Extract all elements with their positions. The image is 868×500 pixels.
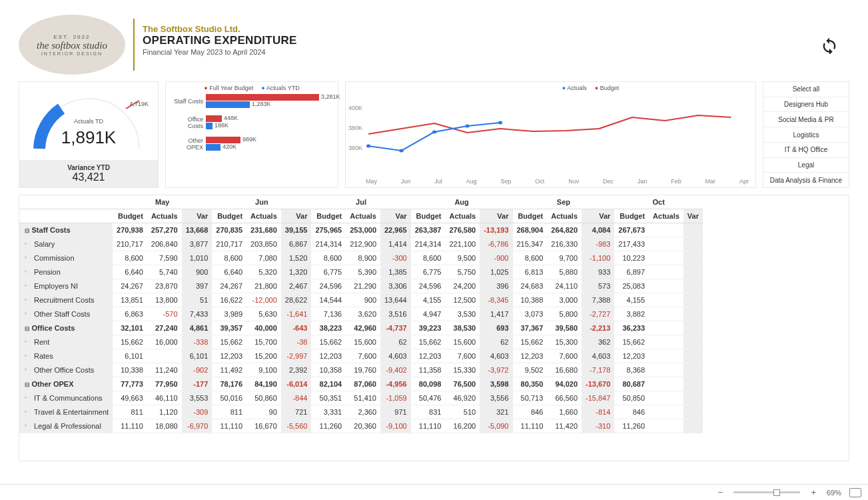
cell: 15,600	[445, 335, 480, 349]
cell: 7,388	[582, 293, 614, 307]
cell: 19,760	[346, 363, 380, 377]
table-row[interactable]: Legal & Professional11,11018,080-6,97011…	[19, 419, 703, 433]
cell: 12,203	[411, 349, 446, 363]
cell: 82,104	[311, 377, 346, 391]
table-row[interactable]: Commission8,6007,5901,0108,6007,0801,520…	[19, 251, 703, 265]
table-row[interactable]: Employers NI24,26723,87039724,26721,8002…	[19, 279, 703, 293]
cell: 84,190	[246, 377, 281, 391]
table-row[interactable]: Recruitment Costs13,85113,8005116,622-12…	[19, 293, 703, 307]
cell: -4,737	[380, 321, 411, 335]
cell: 7,433	[182, 307, 213, 321]
cell: 362	[582, 335, 614, 349]
cell: -13,670	[582, 377, 614, 391]
svg-point-3	[432, 131, 437, 134]
gauge-card[interactable]: 4,719K Actuals TD 1,891K Variance YTD 43…	[19, 81, 159, 188]
table-row[interactable]: IT & Communcations49,66346,1103,55350,01…	[19, 391, 703, 405]
slicer-item[interactable]: IT & HQ Office	[763, 143, 849, 158]
y-axis-label: 380K	[348, 125, 362, 131]
row-label: Office Costs	[19, 321, 113, 335]
category-bar-chart[interactable]: Full Year Budget Actuals YTD Staff Costs…	[165, 81, 338, 188]
expenditure-matrix[interactable]: MayJunJulAugSepOctBudgetActualsVarBudget…	[19, 195, 849, 461]
slicer-item[interactable]: Legal	[763, 158, 849, 173]
cell	[649, 391, 683, 405]
cell: -983	[582, 237, 614, 251]
cell: 13,644	[380, 293, 411, 307]
cell: 11,260	[311, 419, 346, 433]
zoom-in-button[interactable]: +	[808, 487, 819, 497]
cell: 11,110	[513, 419, 548, 433]
table-row[interactable]: Rates6,1016,10112,20315,200-2,99712,2037…	[19, 349, 703, 363]
cell: 36,233	[614, 321, 649, 335]
slicer-item[interactable]: Social Media & PR	[763, 112, 849, 127]
row-label: Other Staff Costs	[19, 307, 113, 321]
cell: -6,970	[182, 419, 213, 433]
cell: 5,390	[346, 265, 380, 279]
trend-line-chart[interactable]: Actuals Budget 400K 380K 360K MayJunJulA…	[345, 81, 756, 188]
cell: -814	[582, 405, 614, 419]
slicer-item[interactable]: Logistics	[763, 127, 849, 143]
table-row[interactable]: Other Staff Costs6,863-5707,4333,9895,63…	[19, 307, 703, 321]
cell: 210,717	[113, 237, 147, 251]
cell: 16,000	[147, 335, 182, 349]
cell: 1,520	[281, 251, 312, 265]
bar-row: Office Costs 448K 188K	[171, 115, 332, 130]
budget-bar: 3,281K	[206, 94, 319, 101]
cell: 24,200	[445, 279, 480, 293]
cell	[649, 335, 683, 349]
variance-label: Variance YTD	[19, 164, 158, 171]
cell: 13,668	[182, 223, 213, 237]
slicer-item[interactable]: Designers Hub	[763, 97, 849, 113]
cell: 3,073	[513, 307, 548, 321]
cell	[649, 321, 683, 335]
cell: 12,500	[445, 293, 480, 307]
cell: 3,516	[380, 307, 411, 321]
cell: 7,080	[246, 251, 281, 265]
cell: 15,662	[411, 335, 446, 349]
zoom-out-button[interactable]: −	[715, 487, 726, 497]
cell: 5,740	[147, 265, 182, 279]
cell: 1,320	[281, 265, 312, 279]
refresh-button[interactable]	[809, 15, 849, 75]
svg-point-1	[366, 145, 371, 148]
svg-point-4	[465, 125, 470, 128]
row-label: Other OPEX	[19, 377, 113, 391]
zoom-slider[interactable]	[733, 491, 800, 493]
cell: 846	[614, 405, 649, 419]
cell: 6,640	[212, 265, 246, 279]
cell: 3,553	[182, 391, 213, 405]
fit-to-page-icon[interactable]	[849, 488, 861, 497]
cell: 268,904	[513, 223, 548, 237]
cell: 6,813	[513, 265, 548, 279]
cell: 38,223	[311, 321, 346, 335]
table-row[interactable]: Staff Costs270,938257,27013,668270,83523…	[19, 223, 703, 237]
slicer-item[interactable]: Select all	[763, 82, 849, 97]
cell: 50,476	[411, 391, 446, 405]
cell: 1,120	[147, 405, 182, 419]
cell: 38,530	[445, 321, 480, 335]
table-row[interactable]: Pension6,6405,7409006,6405,3201,3206,775…	[19, 265, 703, 279]
table-row[interactable]: Office Costs32,10127,2404,86139,35740,00…	[19, 321, 703, 335]
table-row[interactable]: Rent15,66216,000-33815,66215,700-3815,66…	[19, 335, 703, 349]
cell: 5,750	[445, 265, 480, 279]
cell	[683, 321, 703, 335]
cell	[683, 279, 703, 293]
slicer-item[interactable]: Data Analysis & Finance	[763, 173, 849, 187]
cell: 9,700	[547, 251, 582, 265]
table-row[interactable]: Salary210,717206,8403,877210,717203,8506…	[19, 237, 703, 251]
cell: 1,414	[380, 237, 411, 251]
cell: 87,060	[346, 377, 380, 391]
cell: 39,223	[411, 321, 446, 335]
table-row[interactable]: Other Office Costs10,33811,240-90211,492…	[19, 363, 703, 377]
x-axis-label: Feb	[671, 178, 681, 185]
gauge-label: Actuals TD	[19, 118, 158, 125]
cell	[683, 405, 703, 419]
cell	[683, 377, 703, 391]
cell: 12,203	[614, 349, 649, 363]
cell: 13,851	[113, 293, 147, 307]
cell: -38	[281, 335, 312, 349]
table-row[interactable]: Travel & Entertainment8111,120-309811907…	[19, 405, 703, 419]
cell: 10,358	[311, 363, 346, 377]
cell: 32,101	[113, 321, 147, 335]
table-row[interactable]: Other OPEX77,77377,950-17778,17684,190-6…	[19, 377, 703, 391]
cell: 7,136	[311, 307, 346, 321]
